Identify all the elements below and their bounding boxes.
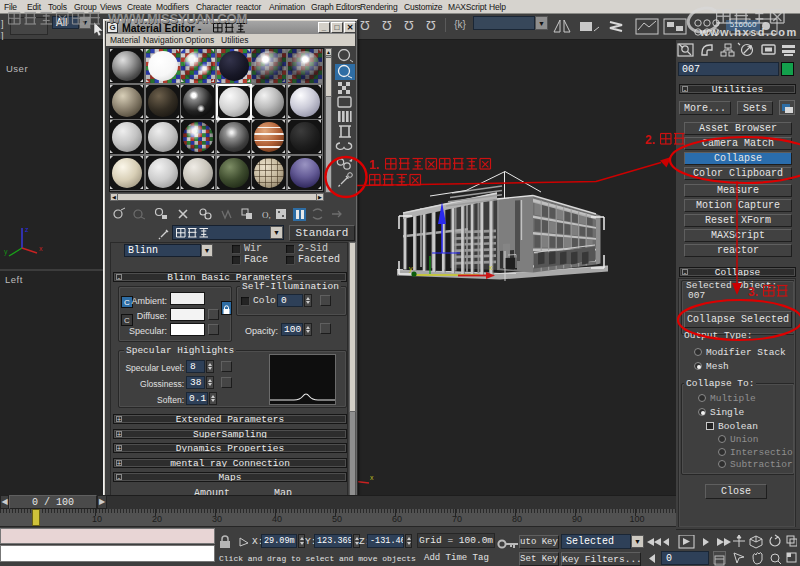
svg-text:y: y	[4, 248, 8, 256]
svg-text:y: y	[409, 265, 413, 273]
svg-text:x: x	[370, 474, 374, 481]
svg-text:z: z	[25, 226, 29, 233]
svg-text:O,: O,	[262, 210, 271, 220]
svg-text:x: x	[489, 264, 493, 271]
svg-text:x: x	[39, 245, 43, 252]
